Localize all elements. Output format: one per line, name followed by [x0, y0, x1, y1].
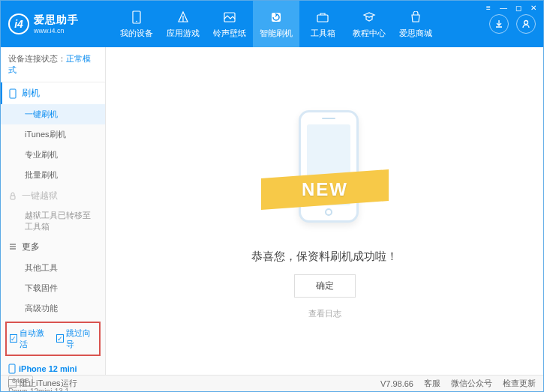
tutorial-icon — [362, 10, 377, 25]
device-name[interactable]: iPhone 12 mini — [8, 364, 98, 374]
nav-label: 我的设备 — [120, 28, 153, 39]
section-label: 更多 — [22, 241, 40, 253]
svg-point-5 — [524, 21, 528, 25]
nav-store[interactable]: 爱思商城 — [392, 1, 439, 47]
user-button[interactable] — [516, 14, 536, 34]
nav-my-device[interactable]: 我的设备 — [113, 1, 160, 47]
download-button[interactable] — [489, 14, 509, 34]
sidebar-item-advanced[interactable]: 高级功能 — [1, 298, 105, 319]
sidebar-item-pro[interactable]: 专业刷机 — [1, 145, 105, 165]
success-message: 恭喜您，保资料刷机成功啦！ — [251, 250, 398, 264]
svg-rect-7 — [11, 196, 15, 199]
sidebar-item-firmware[interactable]: 下载固件 — [1, 278, 105, 298]
logo-title: 爱思助手 — [34, 13, 79, 27]
ribbon-text: NEW — [302, 179, 348, 200]
menu-icon[interactable]: ≡ — [483, 2, 494, 13]
phone-icon — [129, 10, 144, 25]
section-label: 刷机 — [22, 87, 40, 100]
nav-label: 应用游戏 — [167, 28, 200, 39]
logo: i4 爱思助手 www.i4.cn — [8, 13, 113, 34]
svg-point-1 — [136, 20, 137, 22]
nav-toolbox[interactable]: 工具箱 — [299, 1, 346, 47]
sidebar-section-flash[interactable]: 刷机 — [1, 82, 105, 104]
maximize-icon[interactable]: ◻ — [513, 2, 524, 13]
svg-rect-6 — [10, 89, 16, 98]
section-label: 一键越狱 — [22, 190, 58, 202]
main-content: NEW 恭喜您，保资料刷机成功啦！ 确定 查看日志 — [106, 47, 543, 375]
flash-icon — [269, 10, 284, 25]
list-icon — [8, 242, 17, 251]
sidebar-item-batch[interactable]: 批量刷机 — [1, 165, 105, 185]
window-controls: ≡ — ◻ ✕ — [483, 2, 539, 13]
sidebar-item-oneclick[interactable]: 一键刷机 — [1, 104, 105, 124]
service-link[interactable]: 客服 — [424, 378, 440, 389]
connection-status: 设备连接状态：正常模式 — [1, 47, 105, 82]
nav-label: 铃声壁纸 — [213, 28, 246, 39]
nav-flash[interactable]: 智能刷机 — [253, 1, 299, 47]
nav-label: 爱思商城 — [399, 28, 432, 39]
cb-label: 阻止iTunes运行 — [20, 378, 77, 389]
view-log-link[interactable]: 查看日志 — [308, 308, 341, 319]
svg-rect-4 — [317, 15, 328, 22]
sidebar-item-itunes[interactable]: iTunes刷机 — [1, 124, 105, 145]
phone-illustration: NEW — [269, 103, 381, 238]
wechat-link[interactable]: 微信公众号 — [451, 378, 492, 389]
app-header: ≡ — ◻ ✕ i4 爱思助手 www.i4.cn 我的设备 应用游戏 铃声壁纸… — [1, 1, 543, 47]
lock-icon — [8, 192, 17, 201]
close-icon[interactable]: ✕ — [528, 2, 539, 13]
new-ribbon: NEW — [261, 169, 389, 210]
sidebar: 设备连接状态：正常模式 刷机 一键刷机 iTunes刷机 专业刷机 批量刷机 一… — [1, 47, 106, 375]
sidebar-item-other[interactable]: 其他工具 — [1, 258, 105, 278]
nav-ringtones[interactable]: 铃声壁纸 — [206, 1, 253, 47]
svg-rect-8 — [9, 364, 15, 373]
main-nav: 我的设备 应用游戏 铃声壁纸 智能刷机 工具箱 教程中心 爱思商城 — [113, 1, 489, 47]
checkbox-auto-activate[interactable]: ✓自动激活 — [10, 328, 50, 350]
store-icon — [408, 10, 423, 25]
wallpaper-icon — [222, 10, 237, 25]
nav-label: 工具箱 — [311, 28, 335, 39]
logo-icon: i4 — [8, 13, 29, 34]
header-actions — [489, 14, 536, 34]
status-label: 设备连接状态： — [8, 54, 66, 63]
jailbreak-note: 越狱工具已转移至工具箱 — [1, 207, 105, 236]
nav-label: 智能刷机 — [260, 28, 293, 39]
options-highlight: ✓自动激活 ✓跳过向导 — [5, 322, 101, 356]
sidebar-section-jailbreak: 一键越狱 — [1, 185, 105, 207]
checkbox-block-itunes[interactable]: 阻止iTunes运行 — [8, 378, 77, 389]
nav-tutorials[interactable]: 教程中心 — [346, 1, 392, 47]
update-link[interactable]: 检查更新 — [503, 378, 536, 389]
apps-icon — [176, 10, 191, 25]
confirm-button[interactable]: 确定 — [294, 274, 356, 298]
cb-label: 自动激活 — [20, 328, 50, 350]
nav-apps[interactable]: 应用游戏 — [160, 1, 206, 47]
toolbox-icon — [315, 10, 330, 25]
version-label: V7.98.66 — [380, 379, 413, 388]
nav-label: 教程中心 — [353, 28, 386, 39]
minimize-icon[interactable]: — — [498, 2, 509, 13]
checkbox-skip-guide[interactable]: ✓跳过向导 — [56, 328, 97, 350]
sidebar-section-more[interactable]: 更多 — [1, 236, 105, 258]
logo-subtitle: www.i4.cn — [34, 27, 79, 34]
phone-icon — [8, 88, 17, 99]
cb-label: 跳过向导 — [66, 328, 96, 350]
phone-icon — [8, 364, 16, 374]
